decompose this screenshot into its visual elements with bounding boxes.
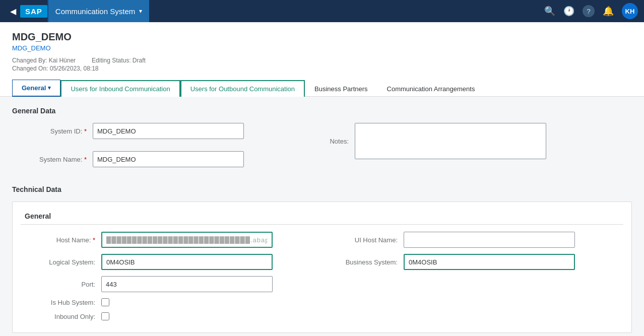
back-button[interactable]: ◀ xyxy=(6,7,20,16)
business-system-row: Business System: xyxy=(323,254,595,270)
tab-outbound[interactable]: Users for Outbound Communication xyxy=(180,80,305,97)
ui-host-label: UI Host Name: xyxy=(323,236,404,244)
clock-icon[interactable]: 🕐 xyxy=(563,6,574,17)
app-title-chevron[interactable]: ▾ xyxy=(139,8,142,15)
help-icon[interactable]: ? xyxy=(583,5,595,17)
app-title-bar: Communication System ▾ xyxy=(47,0,149,22)
system-id-row: System ID: * xyxy=(12,123,244,139)
port-label: Port: xyxy=(21,281,101,288)
page-subtitle: MDG_DEMO xyxy=(12,44,632,52)
tab-partners[interactable]: Business Partners xyxy=(305,81,377,97)
port-input[interactable] xyxy=(101,276,273,292)
technical-subsection-title: General xyxy=(21,208,623,225)
avatar[interactable]: KH xyxy=(622,3,638,19)
topbar-right: 🔍 🕐 ? 🔔 KH xyxy=(544,3,638,19)
is-hub-label: Is Hub System: xyxy=(21,299,101,306)
ui-host-input[interactable] xyxy=(404,232,575,248)
technical-data-section: Technical Data General Host Name: * Logi… xyxy=(12,185,632,333)
tabs: General ▾ Users for Inbound Communicatio… xyxy=(12,79,632,96)
app-title: Communication System xyxy=(55,7,135,16)
tab-arrangements[interactable]: Communication Arrangements xyxy=(377,81,485,97)
business-system-label: Business System: xyxy=(323,258,404,266)
general-tab-chevron: ▾ xyxy=(48,85,51,91)
host-name-row: Host Name: * xyxy=(21,232,293,248)
logical-system-row: Logical System: xyxy=(21,254,293,270)
topbar-left: ◀ SAP Communication System ▾ xyxy=(6,0,149,22)
search-icon[interactable]: 🔍 xyxy=(544,6,555,17)
topbar: ◀ SAP Communication System ▾ 🔍 🕐 ? 🔔 KH xyxy=(0,0,644,22)
tab-inbound[interactable]: Users for Inbound Communication xyxy=(60,80,180,97)
technical-form: Host Name: * Logical System: Port: xyxy=(21,232,623,326)
changed-on: Changed On: 05/26/2023, 08:18 xyxy=(12,65,99,72)
editing-status: Editing Status: Draft xyxy=(92,57,146,64)
system-name-label: System Name: * xyxy=(12,156,93,163)
ui-host-row: UI Host Name: xyxy=(323,232,595,248)
system-name-input[interactable] xyxy=(93,151,244,167)
technical-left-col: Host Name: * Logical System: Port: xyxy=(21,232,293,326)
technical-data-title: Technical Data xyxy=(12,185,632,193)
system-name-row: System Name: * xyxy=(12,151,244,167)
inbound-only-checkbox[interactable] xyxy=(101,312,109,320)
technical-right-col: UI Host Name: Business System: xyxy=(323,232,595,326)
general-data-right-col: Notes: xyxy=(274,123,546,173)
logical-system-label: Logical System: xyxy=(21,258,101,266)
inbound-only-label: Inbound Only: xyxy=(21,313,101,320)
general-data-form: System ID: * System Name: * Notes: xyxy=(12,123,632,173)
inbound-only-row: Inbound Only: xyxy=(21,312,293,320)
page-header: MDG_DEMO MDG_DEMO Changed By: Kai Hüner … xyxy=(0,22,644,97)
changed-on-row: Changed On: 05/26/2023, 08:18 xyxy=(12,65,632,72)
system-id-label: System ID: * xyxy=(12,127,93,135)
system-name-required: * xyxy=(84,156,87,163)
is-hub-row: Is Hub System: xyxy=(21,298,293,306)
business-system-input[interactable] xyxy=(404,254,575,270)
host-name-label: Host Name: * xyxy=(21,236,101,244)
notes-label: Notes: xyxy=(274,138,355,145)
general-data-left-col: System ID: * System Name: * xyxy=(12,123,244,173)
page-meta: Changed By: Kai Hüner Editing Status: Dr… xyxy=(12,57,632,64)
changed-by: Changed By: Kai Hüner xyxy=(12,57,76,64)
host-name-input[interactable] xyxy=(101,232,273,248)
port-row: Port: xyxy=(21,276,293,292)
system-id-input[interactable] xyxy=(93,123,244,139)
is-hub-checkbox[interactable] xyxy=(101,298,109,306)
system-id-required: * xyxy=(84,127,87,135)
technical-data-card: General Host Name: * Logical System: xyxy=(12,201,632,333)
page-title: MDG_DEMO xyxy=(12,30,632,43)
main-content: General Data System ID: * System Name: * xyxy=(0,97,644,336)
logical-system-input[interactable] xyxy=(101,254,273,270)
notes-textarea[interactable] xyxy=(355,123,546,159)
sap-logo: SAP xyxy=(20,5,47,18)
notes-row: Notes: xyxy=(274,123,546,159)
tab-general[interactable]: General ▾ xyxy=(12,80,60,97)
general-data-title: General Data xyxy=(12,107,632,115)
general-data-section: General Data System ID: * System Name: * xyxy=(12,107,632,173)
bell-icon[interactable]: 🔔 xyxy=(603,6,614,17)
